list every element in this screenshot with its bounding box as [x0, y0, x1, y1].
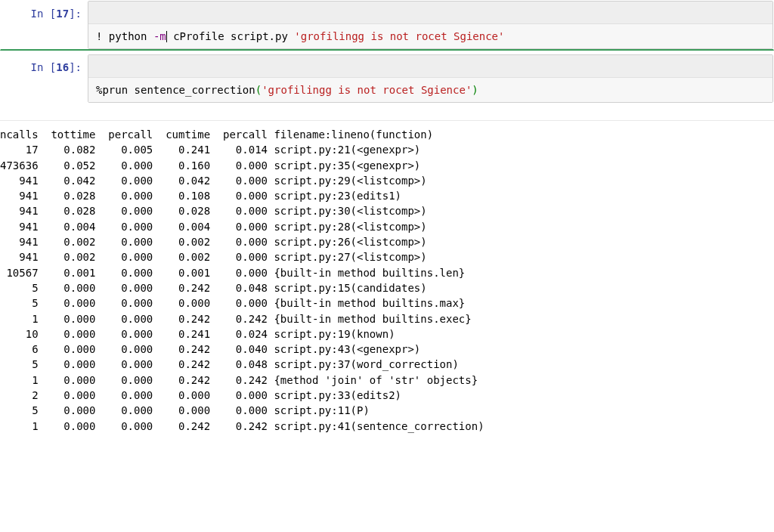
profile-row: 2 0.000 0.000 0.000 0.000 script.py:33(e…: [0, 388, 774, 403]
profiling-output: ncalls tottime percall cumtime percall f…: [0, 120, 774, 434]
code-cell[interactable]: In [17]: ! python -m cProfile script.py …: [0, 0, 774, 51]
profile-row: 941 0.004 0.000 0.004 0.000 script.py:28…: [0, 219, 774, 234]
profile-row: 5 0.000 0.000 0.000 0.000 script.py:11(P…: [0, 403, 774, 418]
profile-row: 5 0.000 0.000 0.242 0.048 script.py:37(w…: [0, 357, 774, 372]
profile-row: 1 0.000 0.000 0.242 0.242 {built-in meth…: [0, 311, 774, 326]
profile-row: 941 0.042 0.000 0.042 0.000 script.py:29…: [0, 173, 774, 188]
cell-toolbar: [88, 2, 772, 24]
code-content[interactable]: ! python -m cProfile script.py 'grofilin…: [88, 24, 772, 48]
profile-row: 941 0.028 0.000 0.028 0.000 script.py:30…: [0, 203, 774, 218]
profile-row: 5 0.000 0.000 0.242 0.048 script.py:15(c…: [0, 280, 774, 295]
profile-row: 1 0.000 0.000 0.242 0.242 {method 'join'…: [0, 373, 774, 388]
profile-row: 941 0.002 0.000 0.002 0.000 script.py:27…: [0, 249, 774, 264]
profile-row: 17 0.082 0.005 0.241 0.014 script.py:21(…: [0, 142, 774, 157]
profile-row: 10 0.000 0.000 0.241 0.024 script.py:19(…: [0, 326, 774, 342]
code-input-area[interactable]: ! python -m cProfile script.py 'grofilin…: [88, 1, 773, 49]
profile-row: 473636 0.052 0.000 0.160 0.000 script.py…: [0, 158, 774, 173]
input-prompt: In [16]:: [1, 54, 88, 103]
profile-header-row: ncalls tottime percall cumtime percall f…: [0, 127, 774, 142]
code-input-area[interactable]: %prun sentence_correction('grofilingg is…: [88, 54, 773, 103]
code-cell[interactable]: In [16]: %prun sentence_correction('grof…: [0, 54, 774, 104]
profile-row: 5 0.000 0.000 0.000 0.000 {built-in meth…: [0, 295, 774, 311]
profile-row: 941 0.002 0.000 0.002 0.000 script.py:26…: [0, 234, 774, 249]
profile-row: 1 0.000 0.000 0.242 0.242 script.py:41(s…: [0, 419, 774, 434]
profile-row: 941 0.028 0.000 0.108 0.000 script.py:23…: [0, 188, 774, 203]
input-prompt: In [17]:: [1, 1, 88, 49]
profile-rows: 17 0.082 0.005 0.241 0.014 script.py:21(…: [0, 142, 774, 434]
cell-toolbar: [88, 55, 772, 78]
code-content[interactable]: %prun sentence_correction('grofilingg is…: [88, 78, 772, 102]
profile-row: 6 0.000 0.000 0.242 0.040 script.py:43(<…: [0, 342, 774, 357]
profile-row: 10567 0.001 0.000 0.001 0.000 {built-in …: [0, 265, 774, 280]
